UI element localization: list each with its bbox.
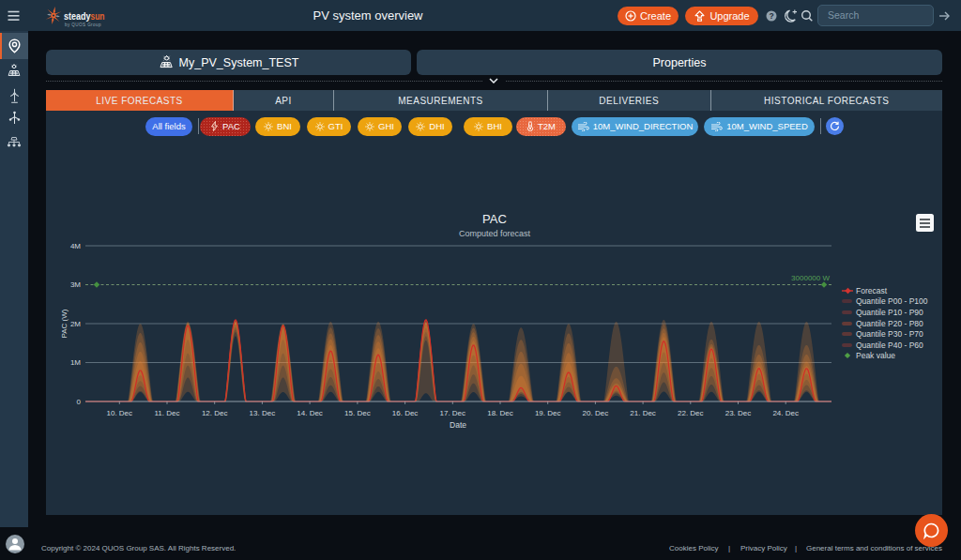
svg-text:13. Dec: 13. Dec	[250, 409, 276, 417]
svg-text:3000000 W: 3000000 W	[791, 274, 830, 282]
svg-text:0: 0	[77, 398, 82, 406]
svg-text:1M: 1M	[70, 358, 81, 367]
svg-text:Date: Date	[450, 420, 466, 430]
svg-text:10. Dec: 10. Dec	[107, 409, 133, 417]
svg-text:2M: 2M	[70, 320, 81, 328]
svg-text:15. Dec: 15. Dec	[344, 409, 371, 417]
svg-text:16. Dec: 16. Dec	[392, 409, 419, 417]
svg-text:3M: 3M	[70, 280, 81, 289]
svg-text:24. Dec: 24. Dec	[772, 409, 799, 417]
svg-text:23. Dec: 23. Dec	[725, 409, 752, 417]
svg-text:21. Dec: 21. Dec	[630, 409, 656, 417]
svg-text:19. Dec: 19. Dec	[535, 409, 561, 417]
svg-text:Computed forecast: Computed forecast	[459, 229, 531, 238]
svg-text:17. Dec: 17. Dec	[440, 409, 466, 417]
svg-text:?: ?	[769, 11, 773, 21]
svg-text:14. Dec: 14. Dec	[297, 409, 323, 417]
svg-text:12. Dec: 12. Dec	[202, 409, 228, 417]
svg-text:22. Dec: 22. Dec	[678, 409, 704, 417]
svg-text:4M: 4M	[70, 242, 81, 250]
svg-text:PAC (W): PAC (W)	[60, 309, 69, 338]
svg-text:18. Dec: 18. Dec	[487, 409, 513, 417]
svg-text:20. Dec: 20. Dec	[583, 409, 609, 417]
svg-text:PAC: PAC	[482, 212, 507, 226]
svg-text:11. Dec: 11. Dec	[155, 409, 180, 417]
